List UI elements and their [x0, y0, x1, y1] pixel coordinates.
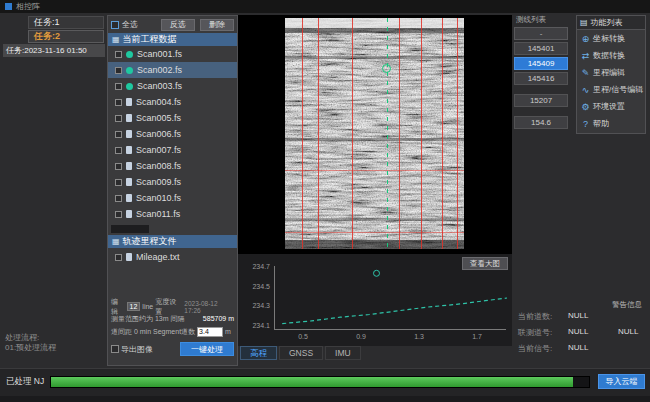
file-icon: [126, 114, 132, 122]
scan-list-item[interactable]: Scan009.fs: [108, 174, 237, 190]
elevation-line: [282, 298, 507, 324]
menu-item-mileage-edit[interactable]: ✎里程编辑: [577, 64, 645, 81]
menu-item-data-convert[interactable]: ⇄数据转换: [577, 47, 645, 64]
tab-imu[interactable]: IMU: [325, 346, 361, 360]
scan-list-item[interactable]: Scan011.fs: [108, 206, 237, 222]
file-icon: [126, 98, 132, 106]
select-all-label: 全选: [122, 19, 138, 30]
row-checkbox[interactable]: [115, 195, 122, 202]
scan-file-name: Scan007.fs: [136, 145, 181, 155]
track-file-item[interactable]: Mileage.txt: [108, 249, 237, 265]
progress-fill: [51, 377, 573, 387]
row-checkbox[interactable]: [115, 83, 122, 90]
menu-icon: ▤: [580, 18, 588, 27]
file-panel: 全选 反选 删除 ▦ 当前工程数据 Scan001.fs Scan002.fs …: [107, 15, 238, 366]
elevation-chart-panel: 查看大图 234.7 234.5 234.3 234.1 0.5 0.9 1.3…: [238, 254, 512, 346]
menu-item-settings[interactable]: ⚙环境设置: [577, 98, 645, 115]
tab-elevation[interactable]: 高程: [240, 346, 277, 360]
file-icon: [126, 194, 132, 202]
progress-bar: [50, 376, 590, 388]
file-icon: [126, 178, 132, 186]
line-list-item[interactable]: 145401: [514, 42, 568, 55]
progress-label: 已处理 NJ: [6, 376, 44, 388]
row-checkbox[interactable]: [115, 147, 122, 154]
row-checkbox[interactable]: [115, 67, 122, 74]
menu-item-coordinate-transform[interactable]: ⊕坐标转换: [577, 30, 645, 47]
one-click-process-button[interactable]: 一键处理: [180, 342, 234, 356]
folder-grid-icon: ▦: [112, 237, 120, 246]
row-checkbox[interactable]: [115, 51, 122, 58]
track-file-header: ▦ 轨迹里程文件: [108, 235, 237, 248]
invert-selection-button[interactable]: 反选: [161, 19, 195, 31]
track-file-name: Mileage.txt: [136, 252, 180, 262]
row-checkbox[interactable]: [115, 115, 122, 122]
line-list-item[interactable]: 145416: [514, 72, 568, 85]
menu-item-label: 数据转换: [593, 50, 625, 61]
red-horizontal-line: [285, 232, 464, 233]
settings-label: line: [142, 303, 153, 310]
row-checkbox[interactable]: [115, 163, 122, 170]
elevation-chart-svg: [275, 266, 507, 330]
scan-file-name: Scan010.fs: [136, 193, 181, 203]
line-list-item[interactable]: 154.6: [514, 116, 568, 129]
select-all-checkbox[interactable]: [111, 21, 119, 29]
menu-item-help[interactable]: ?帮助: [577, 115, 645, 132]
scan-list-item[interactable]: Scan001.fs: [108, 46, 237, 62]
line-list-item-selected[interactable]: 145409: [514, 57, 568, 70]
globe-icon: ⊕: [581, 34, 590, 44]
scan-file-name: Scan011.fs: [136, 209, 180, 219]
collapse-button[interactable]: -: [514, 27, 568, 40]
scan-list-item[interactable]: Scan006.fs: [108, 126, 237, 142]
scan-list-item[interactable]: Scan005.fs: [108, 110, 237, 126]
task-item-2[interactable]: 任务:2: [28, 30, 104, 43]
upload-cloud-button[interactable]: 导入云端: [598, 374, 645, 389]
scan-file-name: Scan008.fs: [136, 161, 181, 171]
scan-list-item-selected[interactable]: Scan002.fs: [108, 62, 237, 78]
radar-image-panel[interactable]: [238, 15, 512, 254]
radar-bscan-image[interactable]: [285, 18, 464, 249]
info-label: 联测道号:: [518, 327, 552, 338]
row-checkbox[interactable]: [115, 99, 122, 106]
waveform-icon: ∿: [581, 85, 590, 95]
settings-row-1: 编辑 12 line 宽度设置 2023-08-12 17:26: [108, 301, 237, 312]
file-icon: [126, 162, 132, 170]
task-item-1[interactable]: 任务:1: [28, 16, 104, 29]
edit-icon: ✎: [581, 68, 590, 78]
scan-list-item[interactable]: Scan004.fs: [108, 94, 237, 110]
export-label: 导出图像: [121, 344, 153, 355]
menu-item-label: 坐标转换: [593, 33, 625, 44]
app-window: 相控阵 任务:1 任务:2 任务:2023-11-16 01:50 处理流程: …: [0, 0, 650, 402]
row-checkbox[interactable]: [115, 131, 122, 138]
scan-file-name: Scan006.fs: [136, 129, 181, 139]
position-marker: [374, 270, 380, 276]
menu-item-signal-edit[interactable]: ∿里程/信号编辑: [577, 81, 645, 98]
tab-gnss[interactable]: GNSS: [279, 346, 323, 360]
info-row: 当前信号: NULL: [516, 343, 646, 358]
settings-date: 2023-08-12 17:26: [184, 300, 234, 314]
info-label: 当前道数:: [518, 311, 552, 322]
delete-button[interactable]: 删除: [200, 19, 234, 31]
line-list-header: 测线列表: [514, 15, 570, 25]
scan-file-name: Scan002.fs: [137, 65, 182, 75]
red-marker-line: [318, 18, 319, 249]
segment-input[interactable]: [197, 327, 223, 337]
row-checkbox[interactable]: [115, 254, 122, 261]
project-header-label: 当前工程数据: [123, 33, 177, 46]
scan-file-list: Scan001.fs Scan002.fs Scan003.fs Scan004…: [108, 46, 237, 224]
menu-item-label: 里程/信号编辑: [593, 84, 643, 95]
scan-list-item[interactable]: Scan008.fs: [108, 158, 237, 174]
info-row: 联测道号: NULL NULL: [516, 327, 646, 342]
export-checkbox[interactable]: [111, 345, 119, 353]
file-icon: [126, 253, 132, 261]
scan-file-name: Scan005.fs: [136, 113, 181, 123]
line-list-item[interactable]: 15207: [514, 94, 568, 107]
scan-list-item[interactable]: Scan003.fs: [108, 78, 237, 94]
scan-list-item[interactable]: Scan007.fs: [108, 142, 237, 158]
row-checkbox[interactable]: [115, 211, 122, 218]
scan-list-item[interactable]: Scan010.fs: [108, 190, 237, 206]
row-checkbox[interactable]: [115, 179, 122, 186]
settings-row-3: 道间距 0 min Segment道数 m: [108, 325, 237, 338]
y-tick: 234.7: [252, 263, 270, 270]
scan-file-name: Scan001.fs: [137, 49, 182, 59]
gear-icon: ⚙: [581, 102, 590, 112]
